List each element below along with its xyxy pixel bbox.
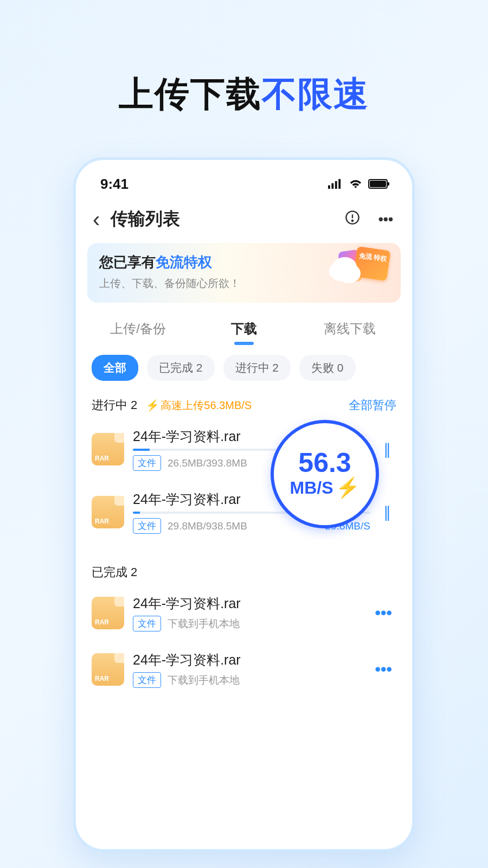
svg-rect-1 — [331, 183, 333, 188]
rar-file-icon — [92, 597, 124, 629]
file-tag: 文件 — [133, 455, 161, 471]
nav-title: 传输列表 — [111, 207, 331, 231]
file-name: 24年-学习资料.rar — [133, 595, 362, 612]
file-meta: 下载到手机本地 — [168, 673, 240, 687]
pause-button[interactable]: ∥ — [379, 441, 396, 458]
alert-icon[interactable] — [339, 210, 365, 229]
in-progress-title: 进行中 2 — [92, 397, 137, 413]
cloud-icon — [329, 261, 353, 281]
speed-unit: MB/S — [290, 478, 333, 498]
filter-chips: 全部 已完成 2 进行中 2 失败 0 — [85, 347, 403, 387]
status-time: 9:41 — [100, 176, 129, 193]
banner-text-1b: 免流特权 — [156, 254, 212, 270]
headline-black: 上传下载 — [119, 74, 262, 113]
bolt-icon: ⚡ — [336, 476, 360, 499]
nav-bar: ‹ 传输列表 ••• — [85, 201, 403, 238]
tab-upload-backup[interactable]: 上传/备份 — [85, 312, 191, 347]
file-progress: 26.5MB/393.8MB — [168, 457, 247, 469]
rar-file-icon — [92, 496, 124, 528]
speed-value: 56.3 — [298, 449, 351, 476]
row-more-button[interactable]: ••• — [370, 660, 396, 679]
file-progress: 29.8MB/938.5MB — [168, 520, 247, 532]
phone-frame: 9:41 ‹ 传输列表 ••• 您已享有免流特权 上传、下载、备份随心所欲！ 免… — [73, 157, 415, 852]
svg-rect-2 — [335, 181, 337, 188]
headline-blue: 不限速 — [262, 74, 369, 113]
file-tag: 文件 — [133, 518, 161, 534]
completed-row: 24年-学习资料.rar 文件 下载到手机本地 ••• — [85, 641, 403, 698]
filter-failed[interactable]: 失败 0 — [299, 355, 356, 381]
filter-completed[interactable]: 已完成 2 — [147, 355, 215, 381]
file-tag: 文件 — [133, 616, 161, 631]
row-more-button[interactable]: ••• — [370, 604, 396, 622]
svg-point-6 — [352, 220, 353, 221]
badge-card: 免流 特权 — [353, 246, 390, 281]
cellular-icon — [328, 176, 343, 193]
tab-offline-download[interactable]: 离线下载 — [297, 312, 403, 347]
status-bar: 9:41 — [85, 167, 403, 201]
in-progress-header: 进行中 2 高速上传56.3MB/S 全部暂停 — [85, 387, 403, 418]
svg-rect-0 — [328, 185, 330, 188]
rar-file-icon — [92, 653, 124, 686]
high-speed-label: 高速上传56.3MB/S — [146, 398, 252, 413]
filter-progress[interactable]: 进行中 2 — [223, 355, 291, 381]
speed-highlight-badge: 56.3 MB/S ⚡ — [271, 420, 379, 528]
status-indicators — [328, 176, 388, 193]
completed-row: 24年-学习资料.rar 文件 下载到手机本地 ••• — [85, 585, 403, 641]
rar-file-icon — [92, 433, 124, 465]
pause-button[interactable]: ∥ — [379, 503, 396, 521]
completed-title: 已完成 2 — [92, 564, 137, 580]
tab-download[interactable]: 下载 — [191, 312, 297, 347]
banner-text-1a: 您已享有 — [99, 254, 156, 270]
file-tag: 文件 — [133, 672, 161, 688]
wifi-icon — [349, 176, 363, 193]
battery-icon — [368, 179, 388, 189]
file-meta: 下载到手机本地 — [168, 617, 240, 631]
completed-header: 已完成 2 — [85, 554, 403, 585]
svg-rect-3 — [338, 179, 341, 189]
main-tabs: 上传/备份 下载 离线下载 — [85, 312, 403, 347]
filter-all[interactable]: 全部 — [92, 355, 138, 381]
back-button[interactable]: ‹ — [89, 208, 103, 230]
pause-all-button[interactable]: 全部暂停 — [349, 397, 396, 413]
promo-banner[interactable]: 您已享有免流特权 上传、下载、备份随心所欲！ 免流 特权 — [87, 243, 401, 303]
file-name: 24年-学习资料.rar — [133, 651, 362, 669]
promo-headline: 上传下载不限速 — [0, 0, 488, 118]
more-icon[interactable]: ••• — [373, 211, 399, 228]
